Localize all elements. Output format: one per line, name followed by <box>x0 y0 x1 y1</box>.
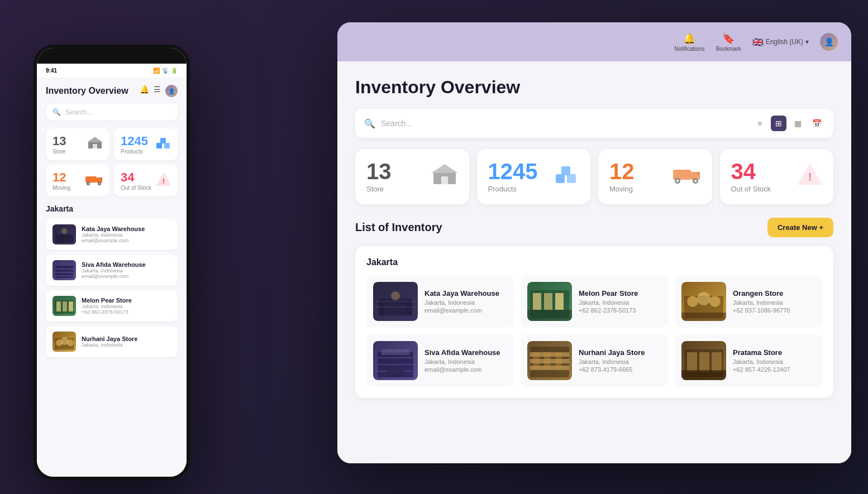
language-selector[interactable]: 🇬🇧 English (UK) ▾ <box>752 37 809 47</box>
stat-info-moving: 12 Moving <box>609 160 635 193</box>
mobile-status-bar: 9:41 📶 📡 🔋 <box>37 64 187 77</box>
mobile-header-row: Inventory Overview 🔔 ☰ 👤 <box>46 85 178 97</box>
inventory-location-2: Jakarta, Indonesia <box>579 299 638 306</box>
inventory-location-3: Jakarta, Indonesia <box>733 299 790 306</box>
truck-icon <box>672 163 701 190</box>
stat-card-products[interactable]: 1245 Products <box>477 149 591 204</box>
inventory-card-1[interactable]: Kata Jaya Warehouse Jakarta, Indonesia e… <box>366 275 514 328</box>
mobile-search-icon: 🔍 <box>53 108 61 116</box>
inventory-card-5[interactable]: Nurhani Jaya Store Jakarta, Indonesia +6… <box>521 334 668 387</box>
inventory-contact-5: +62 873-4179-6665 <box>579 366 645 373</box>
svg-rect-5 <box>561 166 570 175</box>
svg-marker-1 <box>431 164 458 173</box>
mobile-menu-icon[interactable]: ☰ <box>154 85 161 97</box>
stat-info-products: 1245 Products <box>488 160 538 193</box>
svg-rect-6 <box>673 170 691 180</box>
svg-rect-80 <box>63 301 67 311</box>
stat-card-moving[interactable]: 12 Moving <box>598 149 712 204</box>
svg-rect-53 <box>681 370 726 380</box>
signal-icon: 📶 <box>153 68 160 74</box>
mobile-search-text: Search... <box>65 108 92 116</box>
list-header: List of Inventory Create New + <box>355 218 833 237</box>
svg-rect-59 <box>160 138 166 143</box>
inventory-contact-2: +62 862-2376-50173 <box>579 307 638 314</box>
mobile-search[interactable]: 🔍 Search... <box>46 104 178 121</box>
mobile-thumb-2 <box>53 260 76 280</box>
inventory-info-2: Melon Pear Store Jakarta, Indonesia +62 … <box>579 289 638 314</box>
scene: 🔔 Notifications 🔖 Bookmark 🇬🇧 English (U… <box>0 0 868 494</box>
mobile-item-name-1: Kata Jaya Warehouse <box>82 226 145 232</box>
mobile-item-info-3: Melon Pear Store Jakarta, Indonesia +62 … <box>82 297 132 315</box>
mobile-stat-number-moving: 12 <box>53 170 70 185</box>
inventory-section: Jakarta <box>355 246 833 398</box>
inventory-card-6[interactable]: Pratama Store Jakarta, Indonesia +62 857… <box>675 334 822 387</box>
svg-rect-2 <box>441 176 448 184</box>
svg-point-29 <box>687 296 698 307</box>
search-placeholder[interactable]: Search... <box>381 119 561 128</box>
user-avatar[interactable]: 👤 <box>820 33 838 51</box>
mobile-list-item-2[interactable]: Siva Afida Warehouse Jakarta, Indonesia … <box>46 255 178 286</box>
mobile-stat-number-out-of-stock: 34 <box>121 170 151 185</box>
mobile-avatar[interactable]: 👤 <box>165 85 178 97</box>
svg-rect-23 <box>533 293 541 310</box>
mobile-stat-store[interactable]: 13 Store <box>46 128 109 160</box>
mobile-stat-out-of-stock[interactable]: 34 Out of Stock ! <box>114 165 178 196</box>
list-view-toggle[interactable]: ≡ <box>752 116 767 131</box>
svg-point-31 <box>709 296 721 307</box>
svg-rect-24 <box>544 293 552 310</box>
inventory-contact-4: email@example.com <box>425 366 500 373</box>
inventory-name-5: Nurhani Jaya Store <box>579 348 645 357</box>
inventory-name-1: Kata Jaya Warehouse <box>425 289 499 298</box>
svg-point-20 <box>391 291 400 300</box>
bookmark-button[interactable]: 🔖 Bookmark <box>716 32 741 52</box>
bell-icon: 🔔 <box>683 32 695 45</box>
inventory-name-6: Pratama Store <box>733 348 790 357</box>
create-new-button[interactable]: Create New + <box>767 218 833 237</box>
inventory-grid: Kata Jaya Warehouse Jakarta, Indonesia e… <box>366 275 822 387</box>
mobile-list-item-4[interactable]: Nurhani Jaya Store Jakarta, Indonesia <box>46 326 178 357</box>
mobile-list-item-1[interactable]: Kata Jaya Warehouse Jakarta, Indonesia e… <box>46 219 178 250</box>
stat-card-store[interactable]: 13 Store <box>355 149 469 204</box>
calendar-view-toggle[interactable]: 📅 <box>809 116 824 131</box>
svg-rect-35 <box>381 349 409 355</box>
svg-rect-25 <box>555 293 564 310</box>
stat-info-store: 13 Store <box>366 160 392 193</box>
mobile-stat-label-store: Store <box>53 148 66 155</box>
inventory-thumb-6 <box>681 341 726 380</box>
language-label: English (UK) <box>766 38 803 46</box>
bookmark-label: Bookmark <box>716 46 741 52</box>
svg-rect-32 <box>681 313 726 321</box>
inventory-info-5: Nurhani Jaya Store Jakarta, Indonesia +6… <box>579 348 645 373</box>
svg-rect-56 <box>93 144 97 148</box>
mobile-card: 9:41 📶 📡 🔋 Inventory Overview 🔔 ☰ 👤 🔍 Se… <box>34 45 190 480</box>
mobile-stat-moving[interactable]: 12 Moving <box>46 165 109 196</box>
stat-number-store: 13 <box>366 160 392 183</box>
mobile-item-name-4: Nurhani Jaya Store <box>82 335 137 342</box>
inventory-card-4[interactable]: Siva Afida Warehouse Jakarta, Indonesia … <box>366 334 514 387</box>
inventory-info-6: Pratama Store Jakarta, Indonesia +62 857… <box>733 348 790 373</box>
table-view-toggle[interactable]: ▦ <box>790 116 805 131</box>
mobile-page-title: Inventory Overview <box>46 86 128 96</box>
grid-view-toggle[interactable]: ⊞ <box>771 116 786 131</box>
desktop-card: 🔔 Notifications 🔖 Bookmark 🇬🇧 English (U… <box>337 22 851 463</box>
inventory-thumb-4 <box>373 341 418 380</box>
inventory-card-2[interactable]: Melon Pear Store Jakarta, Indonesia +62 … <box>521 275 668 328</box>
mobile-list-item-3[interactable]: Melon Pear Store Jakarta, Indonesia +62 … <box>46 290 178 322</box>
inventory-card-3[interactable]: Orangen Store Jakarta, Indonesia +62 837… <box>675 275 822 328</box>
desktop-body: Inventory Overview 🔍 Search... ≡ ⊞ ▦ 📅 1… <box>337 61 851 463</box>
svg-point-10 <box>676 180 679 183</box>
svg-point-66 <box>99 183 101 185</box>
stat-card-out-of-stock[interactable]: 34 Out of Stock ! <box>720 149 834 204</box>
notifications-button[interactable]: 🔔 Notifications <box>674 32 704 52</box>
mobile-item-name-2: Siva Afida Warehouse <box>82 261 146 268</box>
inventory-location-1: Jakarta, Indonesia <box>425 299 499 306</box>
svg-rect-3 <box>556 174 565 183</box>
mobile-thumb-4 <box>53 332 76 352</box>
inventory-thumb-2 <box>527 282 572 321</box>
mobile-item-info-4: Nurhani Jaya Store Jakarta, Indonesia <box>82 335 137 348</box>
svg-point-86 <box>67 339 74 346</box>
mobile-bell-icon[interactable]: 🔔 <box>140 85 149 97</box>
mobile-item-info-2: Siva Afida Warehouse Jakarta, Indonesia … <box>82 261 146 279</box>
mobile-stat-products[interactable]: 1245 Products <box>114 128 178 160</box>
mobile-notch-inner <box>89 51 134 61</box>
